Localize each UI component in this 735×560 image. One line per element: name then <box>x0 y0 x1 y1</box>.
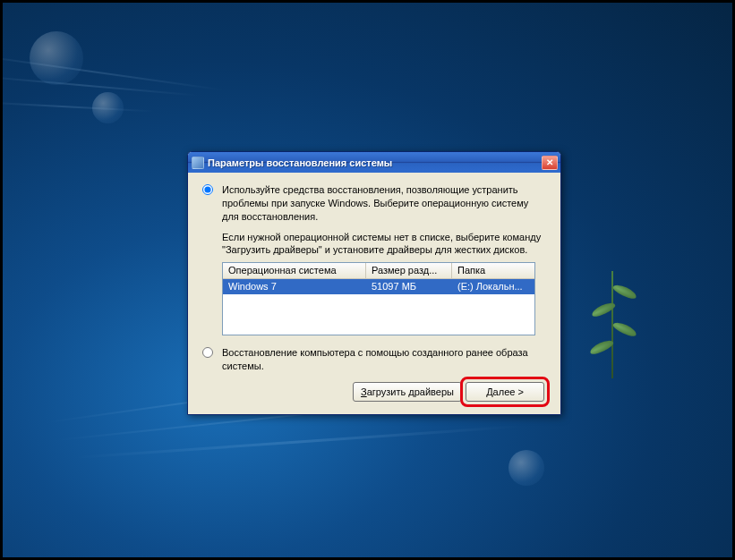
window-title: Параметры восстановления системы <box>208 157 538 168</box>
window-icon <box>192 157 204 169</box>
option-repair-tools[interactable]: Используйте средства восстановления, поз… <box>202 183 546 224</box>
radio-system-image[interactable] <box>202 347 213 358</box>
cell-folder: (E:) Локальн... <box>452 279 534 294</box>
radio-repair-tools[interactable] <box>202 184 213 195</box>
next-button-wrapper: Далее > <box>466 382 544 402</box>
decoration <box>509 450 544 486</box>
os-table[interactable]: Операционная система Размер разд... Папк… <box>222 262 535 335</box>
next-button[interactable]: Далее > <box>466 382 544 402</box>
button-row: Загрузить драйверы Далее > <box>202 382 546 402</box>
cell-size: 51097 МБ <box>366 279 452 294</box>
os-row-selected[interactable]: Windows 7 51097 МБ (E:) Локальн... <box>223 279 534 294</box>
col-os[interactable]: Операционная система <box>223 263 366 278</box>
decoration <box>92 92 124 123</box>
titlebar[interactable]: Параметры восстановления системы ✕ <box>188 152 560 173</box>
dialog-body: Используйте средства восстановления, поз… <box>188 173 560 414</box>
decoration-plant <box>580 253 652 378</box>
option-repair-label: Используйте средства восстановления, поз… <box>222 183 546 224</box>
load-drivers-button[interactable]: Загрузить драйверы <box>353 382 462 402</box>
hint-text: Если нужной операционной системы нет в с… <box>222 231 546 258</box>
desktop-background: Параметры восстановления системы ✕ Испол… <box>3 3 732 557</box>
option-system-image[interactable]: Восстановление компьютера с помощью созд… <box>202 346 546 373</box>
col-size[interactable]: Размер разд... <box>366 263 452 278</box>
decoration <box>30 31 83 85</box>
close-icon: ✕ <box>546 157 553 167</box>
os-table-header: Операционная система Размер разд... Папк… <box>223 263 534 279</box>
col-folder[interactable]: Папка <box>452 263 534 278</box>
recovery-options-dialog: Параметры восстановления системы ✕ Испол… <box>187 151 561 415</box>
option-image-label: Восстановление компьютера с помощью созд… <box>222 346 546 373</box>
decoration <box>3 101 155 112</box>
cell-os: Windows 7 <box>223 279 366 294</box>
close-button[interactable]: ✕ <box>542 156 558 170</box>
